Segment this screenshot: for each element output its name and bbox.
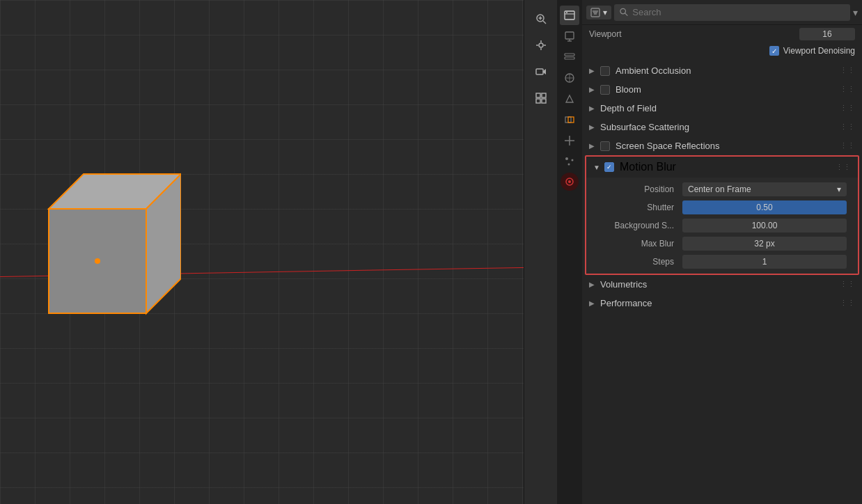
shutter-value[interactable]: 0.50 <box>682 200 847 214</box>
search-box[interactable] <box>614 4 850 21</box>
sidebar-item-viewlayer[interactable] <box>560 47 579 67</box>
volumetrics-name: Volumetrics <box>600 279 840 290</box>
motion-blur-arrow: ▼ <box>593 164 600 171</box>
header-filter-dropdown[interactable]: ▾ <box>586 6 611 19</box>
cube-container <box>28 153 181 351</box>
steps-value[interactable]: 1 <box>682 255 847 269</box>
sidebar-item-physics[interactable] <box>561 173 579 191</box>
max-blur-value[interactable]: 32 px <box>682 237 847 251</box>
bloom-handle: ⋮⋮ <box>840 85 855 94</box>
param-row-bg-scale: Background S... 100.00 <box>586 216 858 235</box>
bg-scale-label: Background S... <box>597 221 674 230</box>
ssr-name: Screen Space Reflections <box>616 141 840 151</box>
dof-handle: ⋮⋮ <box>840 104 855 113</box>
motion-blur-header[interactable]: ▼ ✓ Motion Blur ⋮⋮ <box>586 157 858 178</box>
svg-rect-14 <box>542 99 546 103</box>
header-dropdown-arrow: ▾ <box>603 8 607 17</box>
svg-point-25 <box>572 159 574 162</box>
svg-rect-12 <box>542 93 546 97</box>
svg-rect-19 <box>565 54 574 56</box>
grid-icon[interactable] <box>529 86 553 110</box>
param-row-position: Position Center on Frame ▾ <box>586 180 858 198</box>
section-performance[interactable]: ▶ Performance ⋮⋮ <box>582 294 862 313</box>
section-list: ▶ Ambient Occlusion ⋮⋮ ▶ Bloom ⋮⋮ ▶ Dept… <box>582 61 862 504</box>
properties-main: ▾ ▾ Viewport 16 ✓ Viewport Denoising ▶ <box>582 0 862 504</box>
section-volumetrics[interactable]: ▶ Volumetrics ⋮⋮ <box>582 275 862 294</box>
param-row-max-blur: Max Blur 32 px <box>586 235 858 253</box>
sidebar-item-particles[interactable] <box>560 152 579 171</box>
sidebar-item-world[interactable] <box>560 89 579 109</box>
section-ambient-occlusion[interactable]: ▶ Ambient Occlusion ⋮⋮ <box>582 61 862 80</box>
position-chevron: ▾ <box>837 184 841 194</box>
svg-point-24 <box>565 157 568 160</box>
param-row-shutter: Shutter 0.50 <box>586 198 858 216</box>
svg-point-17 <box>566 12 567 13</box>
sidebar-item-output[interactable] <box>560 26 579 46</box>
bloom-arrow: ▶ <box>589 86 596 93</box>
bg-scale-value[interactable]: 100.00 <box>682 219 847 233</box>
performance-handle: ⋮⋮ <box>840 299 855 308</box>
sss-arrow: ▶ <box>589 123 596 131</box>
section-motion-blur: ▼ ✓ Motion Blur ⋮⋮ Position Center on Fr… <box>585 155 859 275</box>
section-depth-of-field[interactable]: ▶ Depth of Field ⋮⋮ <box>582 99 862 118</box>
volumetrics-handle: ⋮⋮ <box>840 280 855 289</box>
left-icon-sidebar <box>557 0 582 504</box>
header-collapse-icon[interactable]: ▾ <box>853 7 858 18</box>
motion-blur-handle: ⋮⋮ <box>836 163 851 172</box>
pan-icon[interactable] <box>529 33 553 57</box>
viewport-toolbar <box>524 0 557 504</box>
sss-handle: ⋮⋮ <box>840 123 855 132</box>
viewport-value[interactable]: 16 <box>799 28 855 40</box>
motion-blur-params: Position Center on Frame ▾ Shutter 0.50 … <box>586 178 858 274</box>
motion-blur-name: Motion Blur <box>620 161 836 173</box>
bloom-checkbox[interactable] <box>600 85 610 95</box>
camera-icon[interactable] <box>529 60 553 84</box>
bloom-name: Bloom <box>616 84 840 95</box>
sidebar-item-modifier[interactable] <box>560 131 579 150</box>
ssr-arrow: ▶ <box>589 142 596 150</box>
cube-svg <box>28 153 181 348</box>
section-bloom[interactable]: ▶ Bloom ⋮⋮ <box>582 80 862 99</box>
denoising-checkbox[interactable]: ✓ <box>769 46 779 56</box>
svg-line-5 <box>543 21 546 24</box>
shutter-label: Shutter <box>597 203 674 212</box>
svg-rect-9 <box>536 69 543 74</box>
ambient-occlusion-arrow: ▶ <box>589 67 596 74</box>
section-subsurface-scattering[interactable]: ▶ Subsurface Scattering ⋮⋮ <box>582 118 862 136</box>
viewport-label: Viewport <box>589 29 799 39</box>
svg-point-8 <box>539 43 543 47</box>
properties-header: ▾ ▾ <box>582 0 862 25</box>
ambient-occlusion-name: Ambient Occlusion <box>616 65 840 76</box>
svg-point-28 <box>568 180 571 183</box>
svg-point-3 <box>95 258 100 264</box>
sss-name: Subsurface Scattering <box>600 122 840 132</box>
viewport <box>0 0 557 504</box>
position-dropdown[interactable]: Center on Frame ▾ <box>682 182 847 196</box>
position-value: Center on Frame <box>688 184 751 194</box>
svg-rect-11 <box>536 93 540 97</box>
zoom-in-icon[interactable] <box>529 7 553 31</box>
denoising-label[interactable]: ✓ Viewport Denoising <box>769 46 855 56</box>
sidebar-item-object[interactable] <box>560 110 579 129</box>
param-row-steps: Steps 1 <box>586 253 858 271</box>
ambient-occlusion-handle: ⋮⋮ <box>840 66 855 75</box>
sidebar-item-scene[interactable] <box>560 68 579 88</box>
dof-name: Depth of Field <box>600 103 840 113</box>
ssr-handle: ⋮⋮ <box>840 141 855 150</box>
position-label: Position <box>597 184 674 194</box>
motion-blur-checkbox[interactable]: ✓ <box>604 162 614 172</box>
search-input[interactable] <box>632 7 845 17</box>
svg-rect-13 <box>536 99 540 103</box>
dof-arrow: ▶ <box>589 104 596 112</box>
sidebar-item-render[interactable] <box>560 6 579 25</box>
svg-point-26 <box>568 164 570 166</box>
svg-rect-18 <box>565 32 574 39</box>
svg-rect-20 <box>565 57 574 59</box>
ssr-checkbox[interactable] <box>600 141 610 151</box>
denoising-text: Viewport Denoising <box>783 46 855 56</box>
section-ssr[interactable]: ▶ Screen Space Reflections ⋮⋮ <box>582 136 862 155</box>
volumetrics-arrow: ▶ <box>589 281 596 288</box>
denoising-row: ✓ Viewport Denoising <box>582 43 862 61</box>
ambient-occlusion-checkbox[interactable] <box>600 66 610 76</box>
svg-point-30 <box>620 8 626 14</box>
